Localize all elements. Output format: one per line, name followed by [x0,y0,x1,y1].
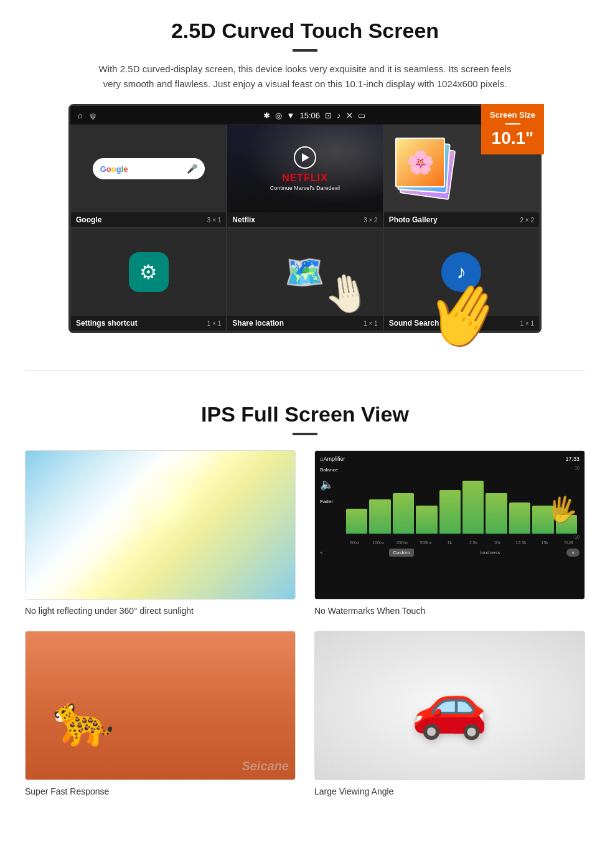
feature-car: 🚗 🚗 Large Viewing Angle [314,631,585,796]
amp-bar-7[interactable] [509,502,530,534]
netflix-subtitle: Continue Marvel's Daredevil [270,185,340,191]
car-caption: Large Viewing Angle [314,786,585,796]
settings-cell-bottom: Settings shortcut 1 × 1 [71,316,226,331]
app-cell-netflix[interactable]: NETFLIX Continue Marvel's Daredevil Netf… [227,125,383,228]
flower-icon: 🌸 [396,139,444,186]
usb-icon: ψ [90,111,96,120]
camera-icon: ⊡ [325,111,332,120]
amp-balance-label: Balance [320,466,339,474]
amp-bar-6[interactable] [486,493,507,534]
settings-app-size: 1 × 1 [207,320,222,327]
settings-icon: ⚙ [129,252,169,292]
amp-toggle[interactable]: ● [566,549,580,557]
cheetah-image: 🐆 Seicane [25,631,296,780]
feature-grid: No light reflecting under 360° direct su… [25,450,585,796]
netflix-app-size: 3 × 2 [364,217,378,224]
music-app-size: 1 × 1 [520,320,534,327]
amp-bar-3[interactable] [416,506,437,534]
close-icon: ✕ [346,111,353,120]
amp-label-5: 2.5k [462,540,484,545]
google-app-size: 3 × 1 [207,217,222,224]
car-visual: 🚗 🚗 [315,631,584,780]
gallery-stack-3: 🌸 [395,138,445,187]
section-curved-screen: 2.5D Curved Touch Screen With 2.5D curve… [0,0,610,346]
amp-label-0: 60hz [344,540,365,545]
feature-amplifier: ⌂ Amplifier 17:33 Balance 🔈 Fader 10 [314,450,585,616]
car-top-view: 🚗 [411,669,489,742]
amp-bar-1[interactable] [369,499,390,534]
volume-icon: ♪ [337,111,341,120]
section-ips-screen: IPS Full Screen View No light reflecting… [0,396,610,815]
amp-frequency-labels: 60hz 100hz 200hz 500hz 1k 2.5k 10k 12.5k… [344,540,580,545]
cheetah-caption: Super Fast Response [25,786,296,796]
amp-bar-4[interactable] [439,490,461,534]
title-underline [293,49,317,52]
amp-fader-label: Fader [320,498,339,506]
screen-size-badge: Screen Size 10.1" [481,104,544,154]
amp-footer: « Custom loudness ● [320,549,580,557]
amplifier-image: ⌂ Amplifier 17:33 Balance 🔈 Fader 10 [314,450,585,600]
mic-icon: 🎤 [187,164,197,174]
amp-custom-button[interactable]: Custom [389,549,414,557]
netflix-app-name: Netflix [232,215,255,224]
maps-cell-bottom: Share location 1 × 1 [227,316,382,331]
status-center: ✱ ◎ ▼ 15:06 ⊡ ♪ ✕ ▭ [263,111,365,120]
gallery-app-name: Photo Gallery [389,215,438,224]
section1-title: 2.5D Curved Touch Screen [37,19,573,43]
amp-bar-5[interactable] [462,481,484,534]
netflix-brand: NETFLIX [270,172,340,184]
app-grid-row1: Google 🎤 Google 3 × 1 [70,125,540,228]
app-cell-settings[interactable]: ⚙ Settings shortcut 1 × 1 [70,228,227,331]
netflix-content: NETFLIX Continue Marvel's Daredevil [270,146,340,191]
section2-underline [293,433,317,435]
home-icon[interactable]: ⌂ [78,111,83,120]
amp-title: Amplifier [323,456,345,462]
google-app-top: Google 🎤 [71,125,226,212]
device-wrapper: Screen Size 10.1" ⌂ ψ ✱ ◎ ▼ 15:06 ⊡ ♪ ✕ [68,104,542,333]
netflix-cell-bottom: Netflix 3 × 2 [227,212,382,227]
amp-bar-0[interactable] [346,509,367,534]
car-image: 🚗 🚗 [314,631,585,780]
netflix-play-button[interactable] [294,146,316,169]
feature-cheetah: 🐆 Seicane Super Fast Response [25,631,296,796]
gallery-app-size: 2 × 2 [520,217,534,224]
amplifier-visual: ⌂ Amplifier 17:33 Balance 🔈 Fader 10 [315,451,584,599]
amp-back-btn[interactable]: « [320,550,322,555]
google-cell-bottom: Google 3 × 1 [71,212,226,227]
sunlight-visual [26,451,295,599]
gallery-stack: 🌸 [390,134,459,203]
amp-loudness-label: loudness [480,550,500,555]
sunlight-image [25,450,296,600]
amp-bars-container [344,471,580,534]
amp-header: ⌂ Amplifier 17:33 [320,456,580,462]
sunlight-caption: No light reflecting under 360° direct su… [25,606,296,616]
google-search-bar[interactable]: Google 🎤 [93,158,205,179]
cheetah-icon: 🐆 [52,691,115,750]
maps-app-size: 1 × 1 [364,320,378,327]
amp-label-4: 1k [439,540,461,545]
wifi-icon: ▼ [287,111,295,120]
hand-on-amp-icon: 🖐 [545,493,580,527]
hand-pointing-icon: 🤚 [320,268,373,319]
google-logo: Google [100,164,128,174]
section-divider [25,370,585,371]
badge-size: 10.1" [490,128,535,148]
amp-time: 17:33 [565,456,580,462]
maps-app-top: 🗺️ 🤚 [227,229,382,316]
amplifier-caption: No Watermarks When Touch [314,606,585,616]
feature-sunlight: No light reflecting under 360° direct su… [25,450,296,616]
bluetooth-icon: ✱ [263,111,270,120]
amp-label-6: 10k [486,540,508,545]
app-cell-google[interactable]: Google 🎤 Google 3 × 1 [70,125,227,228]
amp-label-3: 500hz [415,540,437,545]
cheetah-visual: 🐆 Seicane [26,631,295,780]
amp-bar-2[interactable] [393,493,414,534]
app-cell-maps[interactable]: 🗺️ 🤚 Share location 1 × 1 [227,228,383,331]
netflix-app-top: NETFLIX Continue Marvel's Daredevil [227,125,382,212]
amp-label-2: 200hz [391,540,413,545]
seicane-watermark-cheetah: Seicane [242,759,289,773]
amp-label-7: 12.5k [510,540,532,545]
amp-label-1: 100hz [367,540,389,545]
time-display: 15:06 [299,111,320,120]
amp-label-8: 15k [534,540,556,545]
